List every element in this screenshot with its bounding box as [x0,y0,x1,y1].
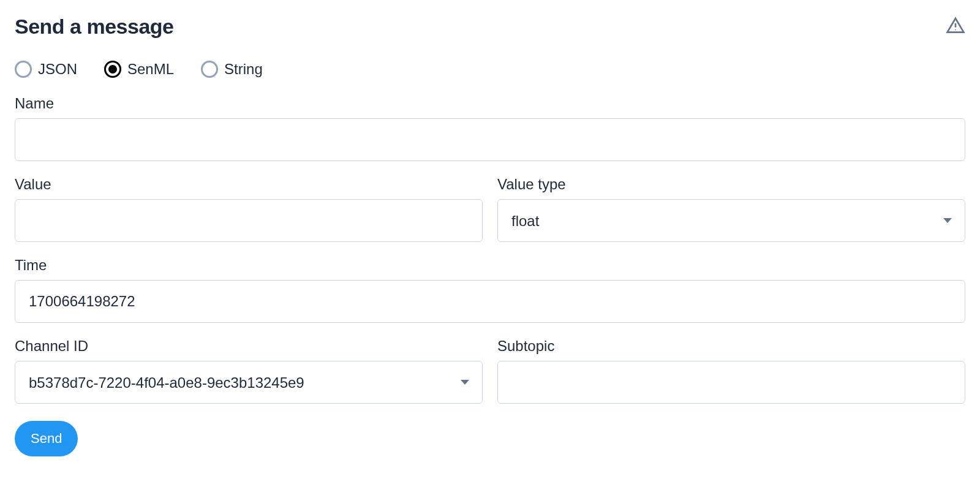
warning-icon[interactable] [946,16,965,38]
radio-indicator [104,61,121,78]
field-subtopic: Subtopic [497,338,965,404]
label-name: Name [15,95,965,112]
row-time: Time [15,257,965,323]
field-channel-id: Channel ID b5378d7c-7220-4f04-a0e8-9ec3b… [15,338,483,404]
label-subtopic: Subtopic [497,338,965,355]
radio-label-string: String [224,61,263,78]
input-time[interactable] [15,280,965,323]
row-name: Name [15,95,965,161]
svg-point-1 [955,29,956,30]
radio-string[interactable]: String [201,61,263,78]
input-name[interactable] [15,118,965,161]
row-value: Value Value type float [15,176,965,242]
format-radio-group: JSON SenML String [15,61,965,78]
select-wrap-channel-id: b5378d7c-7220-4f04-a0e8-9ec3b13245e9 [15,361,483,404]
label-value: Value [15,176,483,193]
radio-json[interactable]: JSON [15,61,77,78]
label-channel-id: Channel ID [15,338,483,355]
radio-label-senml: SenML [127,61,174,78]
form-body: Name Value Value type float Tim [15,95,965,456]
radio-senml[interactable]: SenML [104,61,174,78]
row-channel-subtopic: Channel ID b5378d7c-7220-4f04-a0e8-9ec3b… [15,338,965,404]
radio-indicator [15,61,32,78]
radio-dot [108,65,117,74]
card-header: Send a message [15,15,965,39]
select-wrap-value-type: float [497,199,965,242]
input-value[interactable] [15,199,483,242]
radio-indicator [201,61,218,78]
card-title: Send a message [15,15,173,39]
input-subtopic[interactable] [497,361,965,404]
select-value-type[interactable]: float [497,199,965,242]
select-channel-id[interactable]: b5378d7c-7220-4f04-a0e8-9ec3b13245e9 [15,361,483,404]
field-value-type: Value type float [497,176,965,242]
button-row: Send [15,421,965,456]
send-message-card: Send a message JSON SenML String [15,15,965,456]
radio-label-json: JSON [38,61,77,78]
field-name: Name [15,95,965,161]
label-value-type: Value type [497,176,965,193]
field-time: Time [15,257,965,323]
label-time: Time [15,257,965,274]
send-button[interactable]: Send [15,421,78,456]
field-value: Value [15,176,483,242]
